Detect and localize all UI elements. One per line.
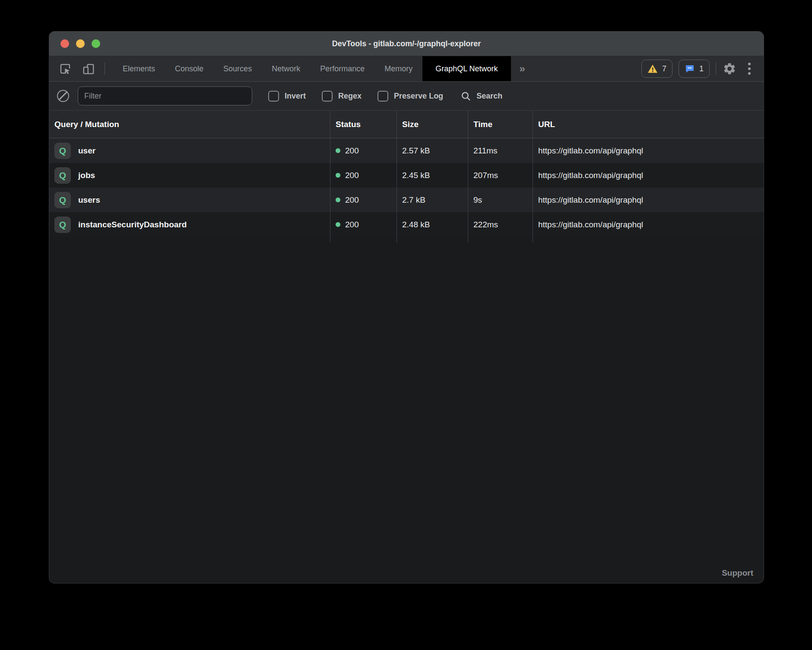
tab-sources[interactable]: Sources [213, 56, 262, 81]
query-name: instanceSecurityDashboard [78, 220, 187, 229]
request-row[interactable]: Q instanceSecurityDashboard 200 2.48 kB … [49, 212, 764, 237]
invert-checkbox-label: Invert [285, 92, 306, 101]
query-type-icon: Q [54, 167, 71, 184]
titlebar: DevTools - gitlab.com/-/graphql-explorer [49, 32, 764, 56]
toolbar-divider [105, 62, 105, 75]
status-ok-icon [336, 173, 340, 178]
console-messages-badge[interactable]: 1 [679, 60, 710, 78]
filter-bar: InvertRegexPreserve Log Search [49, 82, 764, 111]
query-name: user [78, 146, 95, 156]
regex-checkbox[interactable] [322, 91, 333, 102]
toolbar-right: 7 1 [641, 56, 764, 81]
block-icon[interactable] [57, 90, 69, 102]
status-ok-icon [336, 198, 340, 202]
preserve-log-checkbox-group[interactable]: Preserve Log [377, 91, 443, 102]
regex-checkbox-group[interactable]: Regex [322, 91, 362, 102]
tab-elements[interactable]: Elements [113, 56, 165, 81]
response-time: 9s [473, 195, 482, 205]
response-time: 211ms [473, 146, 498, 156]
query-type-icon: Q [54, 192, 71, 208]
toolbar-divider [716, 62, 716, 75]
inspect-cursor-icon[interactable] [58, 61, 73, 76]
table-header-row: Query / Mutation Status Size Time URL [49, 111, 764, 138]
search-button[interactable]: Search [460, 91, 502, 102]
status-code: 200 [345, 195, 359, 205]
status-code: 200 [345, 220, 359, 229]
query-type-icon: Q [54, 217, 71, 233]
request-url: https://gitlab.com/api/graphql [538, 146, 643, 156]
gear-icon[interactable] [722, 61, 737, 76]
column-separator-tail [49, 237, 764, 242]
response-size: 2.48 kB [402, 220, 430, 229]
response-time: 207ms [473, 171, 498, 180]
request-url: https://gitlab.com/api/graphql [538, 171, 643, 180]
devtools-window: DevTools - gitlab.com/-/graphql-explorer… [49, 31, 764, 583]
request-row[interactable]: Q jobs 200 2.45 kB 207ms https://gitlab.… [49, 163, 764, 188]
kebab-menu-icon[interactable] [743, 61, 756, 76]
response-time: 222ms [473, 220, 498, 229]
regex-checkbox-label: Regex [338, 92, 362, 101]
status-ok-icon [336, 148, 340, 153]
request-url: https://gitlab.com/api/graphql [538, 195, 643, 205]
zoom-icon[interactable] [92, 39, 100, 48]
window-title: DevTools - gitlab.com/-/graphql-explorer [332, 39, 481, 48]
request-row[interactable]: Q users 200 2.7 kB 9s https://gitlab.com… [49, 188, 764, 212]
support-link[interactable]: Support [722, 568, 753, 578]
request-url: https://gitlab.com/api/graphql [538, 220, 643, 229]
issues-warning-badge[interactable]: 7 [641, 60, 672, 78]
tab-memory[interactable]: Memory [374, 56, 422, 81]
more-tabs-button[interactable]: » [511, 56, 534, 81]
warning-triangle-icon [647, 64, 658, 73]
request-row[interactable]: Q user 200 2.57 kB 211ms https://gitlab.… [49, 138, 764, 163]
column-header-status[interactable]: Status [330, 111, 396, 138]
column-header-url[interactable]: URL [533, 111, 764, 138]
chat-bubble-icon [685, 64, 695, 74]
close-icon[interactable] [60, 39, 69, 48]
response-size: 2.45 kB [402, 171, 430, 180]
tab-console[interactable]: Console [165, 56, 213, 81]
status-code: 200 [345, 171, 359, 180]
tab-performance[interactable]: Performance [310, 56, 374, 81]
search-icon [460, 91, 471, 102]
invert-checkbox[interactable] [268, 91, 279, 102]
message-count: 1 [699, 64, 704, 73]
column-header-query-mutation[interactable]: Query / Mutation [49, 111, 330, 138]
response-size: 2.57 kB [402, 146, 430, 156]
search-label: Search [476, 92, 502, 101]
preserve-log-checkbox[interactable] [377, 91, 388, 102]
status-code: 200 [345, 146, 359, 156]
tab-network[interactable]: Network [262, 56, 310, 81]
minimize-icon[interactable] [76, 39, 85, 48]
table-body: Q user 200 2.57 kB 211ms https://gitlab.… [49, 138, 764, 237]
query-name: jobs [78, 171, 95, 180]
column-header-size[interactable]: Size [396, 111, 468, 138]
query-name: users [78, 195, 100, 205]
invert-checkbox-group[interactable]: Invert [268, 91, 306, 102]
requests-table: Query / Mutation Status Size Time URL Q … [49, 111, 764, 242]
column-header-time[interactable]: Time [468, 111, 533, 138]
panel-tabs: ElementsConsoleSourcesNetworkPerformance… [113, 56, 511, 81]
device-toolbar-icon[interactable] [81, 61, 96, 76]
warning-count: 7 [662, 64, 666, 73]
toolbar-left-icons [49, 56, 113, 81]
traffic-lights [60, 32, 100, 56]
tab-graphql-network[interactable]: GraphQL Network [422, 56, 511, 81]
devtools-toolbar: ElementsConsoleSourcesNetworkPerformance… [49, 56, 764, 82]
query-type-icon: Q [54, 143, 71, 159]
preserve-log-checkbox-label: Preserve Log [394, 92, 443, 101]
filter-input[interactable] [78, 86, 252, 105]
status-ok-icon [336, 222, 340, 227]
response-size: 2.7 kB [402, 195, 425, 205]
